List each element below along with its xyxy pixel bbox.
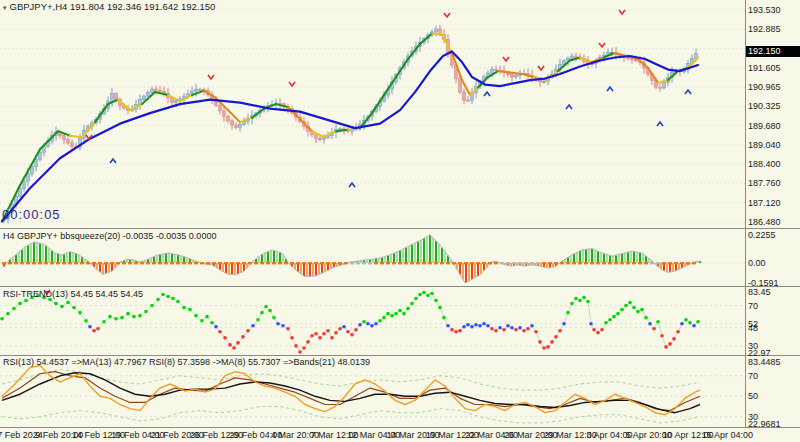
buy-arrow-icon bbox=[349, 183, 355, 187]
chart-symbol-period: GBPJPY+,H4 bbox=[10, 1, 68, 12]
ma-slow-line bbox=[2, 51, 698, 221]
squeeze-panel bbox=[0, 235, 745, 283]
buy-arrow-icon bbox=[110, 159, 116, 163]
candles bbox=[3, 25, 698, 224]
current-price-badge: 192.150 bbox=[746, 46, 800, 57]
squeeze-axis-label: 0.2255 bbox=[748, 230, 776, 240]
price-axis-label: 189.680 bbox=[748, 121, 781, 131]
price-axis-label: 187.760 bbox=[748, 178, 781, 188]
collapse-icon[interactable]: ▾ bbox=[3, 4, 7, 11]
buy-arrow-icon bbox=[566, 105, 572, 109]
sell-arrow-icon bbox=[289, 82, 295, 86]
rsi-trend-axis-label: 83.45 bbox=[748, 287, 771, 297]
price-axis-label: 192.885 bbox=[748, 24, 781, 34]
price-axis-label: 187.120 bbox=[748, 198, 781, 208]
price-axis-label: 186.480 bbox=[748, 217, 781, 227]
price-axis-label: 190.325 bbox=[748, 101, 781, 111]
sell-arrow-icon bbox=[619, 10, 625, 14]
buy-arrow-icon bbox=[685, 90, 691, 94]
candle-countdown-timer: 00:00:05 bbox=[2, 209, 61, 220]
chart-canvas[interactable] bbox=[0, 0, 800, 442]
sell-arrow-icon bbox=[599, 43, 605, 47]
rsi-axis-label: 83.4485 bbox=[748, 357, 781, 367]
squeeze-axis-label: 0.00 bbox=[748, 258, 766, 268]
rsi-trend-axis-label: 70 bbox=[748, 301, 758, 311]
sell-arrow-icon bbox=[444, 13, 450, 17]
price-axis-label: 188.400 bbox=[748, 159, 781, 169]
rsi-axis-label: 70 bbox=[748, 371, 758, 381]
time-axis-label: 15 Apr 04:00 bbox=[702, 430, 753, 440]
price-axis-label: 193.530 bbox=[748, 5, 781, 15]
rsi-indicator-label: RSI(13) 54.4537 =>MA(13) 47.7967 RSI(8) … bbox=[3, 357, 370, 368]
rsi-trend-indicator-label: RSI-TREND(13) 54.45 54.45 54.45 bbox=[3, 289, 143, 300]
price-axis-label: 189.040 bbox=[748, 140, 781, 150]
rsi-axis-label: 22.9681 bbox=[748, 419, 781, 429]
rsi-trend-axis-label: 48 bbox=[748, 323, 758, 333]
rsi-axis-label: 50 bbox=[748, 391, 758, 401]
terminal-window: ▾GBPJPY+,H4 191.804 192.346 191.642 192.… bbox=[0, 0, 800, 442]
chart-title: ▾GBPJPY+,H4 191.804 192.346 191.642 192.… bbox=[3, 1, 215, 13]
squeeze-indicator-label: H4 GBPJPY+ bbsqueeze(20) -0.0035 -0.0035… bbox=[3, 231, 216, 242]
chart-ohlc-values: 191.804 192.346 191.642 192.150 bbox=[70, 1, 215, 12]
sell-arrow-icon bbox=[208, 75, 214, 79]
price-axis-label: 191.605 bbox=[748, 63, 781, 73]
sell-arrow-icon bbox=[503, 57, 509, 61]
buy-arrow-icon bbox=[484, 92, 490, 96]
price-axis-label: 190.965 bbox=[748, 82, 781, 92]
rsi-panel bbox=[0, 366, 745, 423]
